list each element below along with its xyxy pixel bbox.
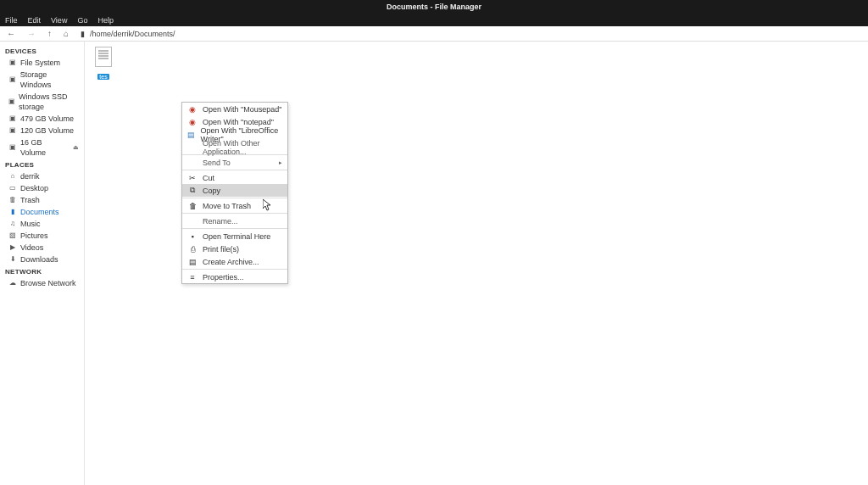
forward-button[interactable]: →: [27, 29, 36, 38]
drive-icon: ▣: [8, 114, 17, 123]
cut-icon: ✂: [187, 173, 198, 183]
home-button[interactable]: ⌂: [64, 29, 69, 38]
videos-icon: ▶: [8, 243, 17, 252]
sidebar-section-network: NETWORK: [0, 265, 84, 277]
trash-icon: 🗑: [8, 196, 17, 204]
properties-icon: ≡: [187, 272, 198, 282]
trash-icon: 🗑: [187, 201, 198, 211]
separator: [182, 228, 287, 229]
drive-icon: ▣: [8, 75, 17, 84]
ctx-create-archive[interactable]: ▤Create Archive...: [182, 255, 287, 268]
copy-icon: ⧉: [187, 186, 198, 196]
ctx-print[interactable]: ⎙Print file(s): [182, 242, 287, 255]
ctx-open-other[interactable]: Open With Other Application...: [182, 141, 287, 153]
sidebar-item-filesystem[interactable]: ▣File System: [0, 57, 84, 69]
menu-view[interactable]: View: [51, 16, 67, 25]
context-menu: ◉Open With "Mousepad" ◉Open With "notepa…: [181, 102, 288, 284]
menubar: File Edit View Go Help: [0, 14, 868, 26]
pictures-icon: ▧: [8, 231, 17, 240]
eject-icon[interactable]: ⏏: [73, 142, 79, 153]
mousepad-icon: ◉: [187, 104, 198, 114]
file-item[interactable]: tes: [92, 47, 115, 82]
drive-icon: ▣: [8, 59, 17, 67]
downloads-icon: ⬇: [8, 255, 17, 264]
file-pane[interactable]: tes ◉Open With "Mousepad" ◉Open With "no…: [85, 42, 868, 485]
text-file-icon: [95, 47, 112, 67]
desktop-icon: ▭: [8, 184, 17, 192]
separator: [182, 170, 287, 170]
sidebar-item-videos[interactable]: ▶Videos: [0, 242, 84, 254]
sidebar-item-music[interactable]: ♫Music: [0, 218, 84, 230]
sidebar-item-storage-windows[interactable]: ▣Storage Windows: [0, 69, 84, 91]
archive-icon: ▤: [187, 257, 198, 267]
file-name-label: tes: [97, 74, 108, 80]
separator: [182, 213, 287, 214]
toolbar: ← → ↑ ⌂ ▮ /home/derrik/Documents/: [0, 26, 868, 42]
sidebar-item-pictures[interactable]: ▧Pictures: [0, 230, 84, 242]
notepad-icon: ◉: [187, 117, 198, 127]
menu-go[interactable]: Go: [77, 16, 87, 25]
separator: [182, 198, 287, 198]
sidebar-item-windows-ssd[interactable]: ▣Windows SSD storage: [0, 91, 84, 113]
drive-icon: ▣: [8, 126, 17, 135]
separator: [182, 269, 287, 270]
sidebar-item-trash[interactable]: 🗑Trash: [0, 194, 84, 206]
ctx-move-trash[interactable]: 🗑Move to Trash: [182, 199, 287, 212]
drive-icon: ▣: [8, 98, 15, 106]
ctx-rename[interactable]: Rename...: [182, 215, 287, 227]
ctx-open-terminal[interactable]: ▪Open Terminal Here: [182, 230, 287, 242]
menu-help[interactable]: Help: [97, 16, 114, 25]
print-icon: ⎙: [187, 244, 198, 254]
sidebar-item-desktop[interactable]: ▭Desktop: [0, 182, 84, 194]
back-button[interactable]: ←: [7, 29, 15, 38]
sidebar-section-devices: DEVICES: [0, 45, 84, 57]
up-button[interactable]: ↑: [47, 29, 52, 38]
location-path[interactable]: /home/derrik/Documents/: [90, 30, 175, 38]
ctx-properties[interactable]: ≡Properties...: [182, 270, 287, 283]
ctx-cut[interactable]: ✂Cut: [182, 171, 287, 184]
ctx-open-mousepad[interactable]: ◉Open With "Mousepad": [182, 103, 287, 115]
music-icon: ♫: [8, 220, 17, 228]
window-titlebar: Documents - File Manager: [0, 0, 868, 14]
sidebar-item-479gb[interactable]: ▣479 GB Volume: [0, 113, 84, 125]
home-icon: ⌂: [8, 172, 17, 181]
sidebar-section-places: PLACES: [0, 159, 84, 170]
sidebar-item-home[interactable]: ⌂derrik: [0, 170, 84, 182]
menu-edit[interactable]: Edit: [28, 16, 42, 25]
sidebar-item-documents[interactable]: ▮Documents: [0, 206, 84, 218]
network-icon: ☁: [8, 279, 17, 287]
ctx-send-to[interactable]: Send To▸: [182, 156, 287, 169]
sidebar-item-16gb[interactable]: ▣16 GB Volume⏏: [0, 137, 84, 159]
sidebar-item-downloads[interactable]: ⬇Downloads: [0, 254, 84, 265]
terminal-icon: ▪: [187, 231, 198, 242]
ctx-copy[interactable]: ⧉Copy: [182, 184, 287, 197]
sidebar: DEVICES ▣File System ▣Storage Windows ▣W…: [0, 42, 85, 485]
submenu-arrow-icon: ▸: [279, 159, 282, 166]
drive-icon: ▣: [8, 143, 17, 152]
sidebar-item-120gb[interactable]: ▣120 GB Volume: [0, 125, 84, 137]
documents-icon: ▮: [8, 208, 17, 216]
folder-icon: ▮: [81, 30, 85, 38]
libreoffice-icon: ▤: [187, 130, 196, 140]
menu-file[interactable]: File: [5, 16, 18, 25]
sidebar-item-browse-network[interactable]: ☁Browse Network: [0, 277, 84, 289]
